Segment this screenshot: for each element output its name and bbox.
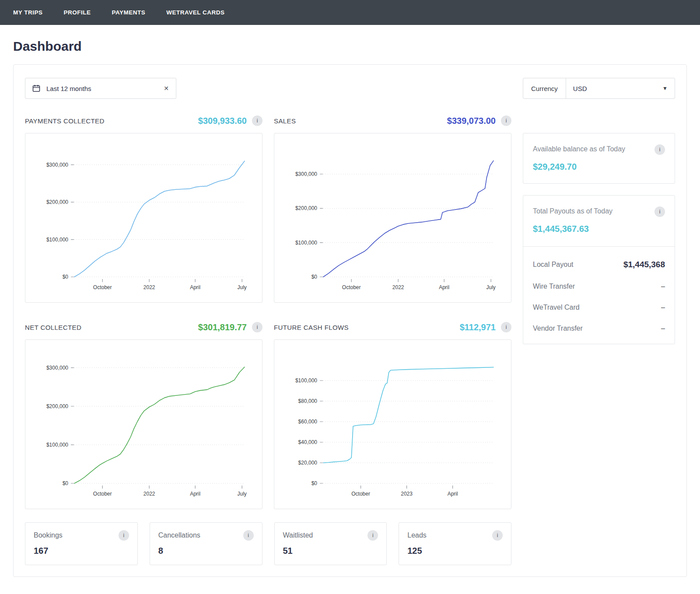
chart-net-collected: NET COLLECTED $301,819.77 i $0$100,000$2… (25, 321, 262, 509)
chart-header: NET COLLECTED $301,819.77 i (25, 321, 262, 333)
chart-title: FUTURE CASH FLOWS (274, 324, 460, 331)
sidebar: Available balance as of Today i $29,249.… (523, 115, 675, 565)
payout-row-wetravel-card: WeTravel Card – (533, 304, 665, 311)
payout-row-wire-transfer: Wire Transfer – (533, 283, 665, 290)
payout-row-vendor-transfer: Vendor Transfer – (533, 325, 665, 332)
page-title: Dashboard (13, 39, 687, 54)
svg-text:October: October (93, 491, 112, 497)
svg-text:April: April (190, 284, 200, 290)
date-range-filter[interactable]: Last 12 months ✕ (25, 78, 176, 99)
chart-panel: $0$20,000$40,000$60,000$80,000$100,000Oc… (274, 339, 511, 509)
stat-leads: Leads i 125 (399, 522, 511, 565)
charts-grid: PAYMENTS COLLECTED $309,933.60 i $0$100,… (25, 115, 511, 509)
filter-row: Last 12 months ✕ Currency USD ▼ (25, 78, 675, 99)
nav-item-payments[interactable]: PAYMENTS (112, 9, 146, 16)
charts-column: PAYMENTS COLLECTED $309,933.60 i $0$100,… (25, 115, 511, 565)
svg-text:2022: 2022 (144, 284, 155, 290)
nav-item-my-trips[interactable]: MY TRIPS (13, 9, 43, 16)
content-row: PAYMENTS COLLECTED $309,933.60 i $0$100,… (25, 115, 675, 565)
available-balance-card: Available balance as of Today i $29,249.… (523, 133, 675, 184)
chart-panel: $0$100,000$200,000$300,000October2022Apr… (274, 133, 511, 303)
stat-cancellations: Cancellations i 8 (150, 522, 262, 565)
chart-title: PAYMENTS COLLECTED (25, 117, 198, 125)
payout-label: Local Payout (533, 261, 574, 269)
info-icon[interactable]: i (252, 322, 262, 332)
currency-selected-value: USD (573, 85, 587, 92)
svg-text:$300,000: $300,000 (295, 171, 317, 177)
payout-value: – (661, 283, 665, 290)
total-payouts-label: Total Payouts as of Today (533, 206, 612, 215)
svg-text:October: October (342, 284, 361, 290)
svg-text:$200,000: $200,000 (46, 199, 68, 205)
svg-text:$80,000: $80,000 (298, 398, 318, 404)
svg-text:July: July (486, 284, 495, 290)
currency-label: Currency (523, 78, 566, 98)
available-balance-label: Available balance as of Today (533, 144, 625, 153)
chart-header: PAYMENTS COLLECTED $309,933.60 i (25, 115, 262, 127)
info-icon[interactable]: i (119, 530, 129, 541)
payout-row-local: Local Payout $1,445,368 (533, 260, 665, 269)
top-nav: MY TRIPS PROFILE PAYMENTS WETRAVEL CARDS (0, 0, 700, 25)
stat-value: 8 (158, 546, 254, 556)
chart-title: NET COLLECTED (25, 324, 198, 331)
stat-bookings: Bookings i 167 (25, 522, 138, 565)
chart-total: $112,971 (460, 322, 496, 332)
chart-future-cash-flows: FUTURE CASH FLOWS $112,971 i $0$20,000$4… (274, 321, 511, 509)
payout-label: Vendor Transfer (533, 325, 583, 332)
svg-text:$60,000: $60,000 (298, 419, 318, 425)
chart-total: $309,933.60 (198, 116, 247, 126)
svg-text:July: July (237, 284, 246, 290)
close-icon[interactable]: ✕ (164, 85, 169, 91)
svg-text:$100,000: $100,000 (295, 240, 317, 246)
stats-row: Bookings i 167 Cancellations i 8 Waitlis… (25, 522, 511, 565)
chart-panel: $0$100,000$200,000$300,000October2022Apr… (25, 339, 262, 509)
currency-select[interactable]: USD ▼ (566, 78, 675, 98)
info-icon[interactable]: i (368, 530, 378, 541)
svg-text:$100,000: $100,000 (295, 377, 317, 384)
payout-label: Wire Transfer (533, 283, 575, 290)
info-icon[interactable]: i (654, 144, 665, 155)
stat-label: Bookings (34, 531, 63, 539)
chart-header: SALES $339,073.00 i (274, 115, 511, 127)
stat-label: Cancellations (158, 531, 200, 539)
payout-value: – (661, 304, 665, 311)
date-range-label: Last 12 months (46, 85, 158, 92)
svg-text:July: July (237, 491, 246, 497)
svg-text:$40,000: $40,000 (298, 439, 318, 445)
chart-total: $301,819.77 (198, 322, 247, 332)
svg-text:$100,000: $100,000 (46, 237, 68, 243)
divider (523, 246, 675, 247)
payout-value: $1,445,368 (623, 260, 665, 269)
info-icon[interactable]: i (252, 115, 262, 126)
dashboard-card: Last 12 months ✕ Currency USD ▼ PAYMENTS… (13, 64, 687, 577)
svg-text:$300,000: $300,000 (46, 365, 68, 371)
svg-text:2023: 2023 (401, 491, 413, 497)
svg-text:$300,000: $300,000 (46, 162, 68, 168)
info-icon[interactable]: i (501, 115, 511, 126)
svg-text:$200,000: $200,000 (46, 403, 68, 409)
nav-item-profile[interactable]: PROFILE (64, 9, 91, 16)
svg-text:$0: $0 (63, 274, 69, 280)
nav-item-wetravel-cards[interactable]: WETRAVEL CARDS (166, 9, 224, 16)
svg-text:2022: 2022 (144, 491, 155, 497)
chart-payments-collected: PAYMENTS COLLECTED $309,933.60 i $0$100,… (25, 115, 262, 303)
chart-panel: $0$100,000$200,000$300,000October2022Apr… (25, 133, 262, 303)
svg-text:October: October (93, 284, 112, 290)
info-icon[interactable]: i (492, 530, 503, 541)
info-icon[interactable]: i (501, 322, 511, 332)
svg-text:$0: $0 (63, 480, 69, 486)
currency-control: Currency USD ▼ (523, 78, 675, 99)
svg-text:$20,000: $20,000 (298, 460, 318, 466)
svg-text:$0: $0 (312, 274, 318, 280)
info-icon[interactable]: i (654, 206, 665, 217)
payout-label: WeTravel Card (533, 304, 580, 311)
calendar-icon (32, 84, 40, 92)
chart-header: FUTURE CASH FLOWS $112,971 i (274, 321, 511, 333)
svg-text:April: April (439, 284, 449, 290)
chart-total: $339,073.00 (447, 116, 496, 126)
total-payouts-card: Total Payouts as of Today i $1,445,367.6… (523, 195, 675, 344)
info-icon[interactable]: i (243, 530, 254, 541)
available-balance-value: $29,249.70 (533, 162, 665, 172)
chart-sales: SALES $339,073.00 i $0$100,000$200,000$3… (274, 115, 511, 303)
stat-waitlisted: Waitlisted i 51 (274, 522, 387, 565)
